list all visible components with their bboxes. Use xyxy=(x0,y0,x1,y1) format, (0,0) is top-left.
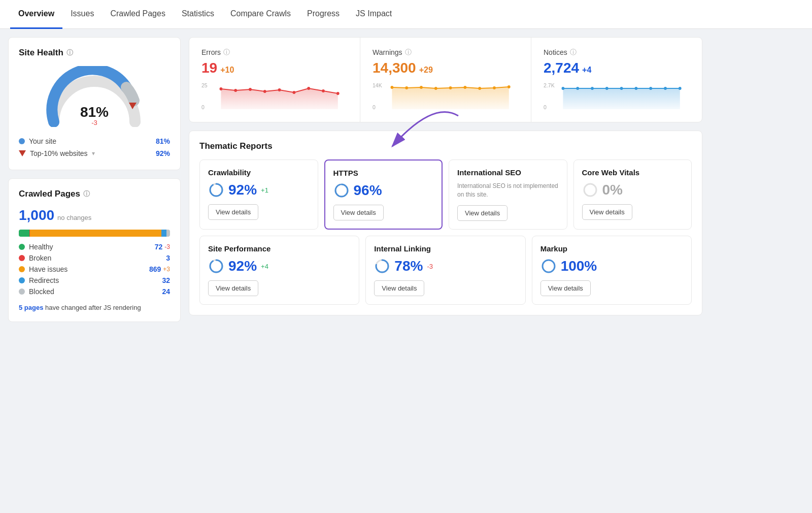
svg-point-35 xyxy=(635,87,638,90)
crawlability-view-details-button[interactable]: View details xyxy=(208,204,258,220)
healthy-dot xyxy=(19,244,25,250)
legend-redirects: Redirects 32 xyxy=(19,276,170,284)
nav-item-issues[interactable]: Issues xyxy=(62,0,102,29)
notices-info-icon[interactable]: ⓘ xyxy=(570,48,577,57)
svg-point-11 xyxy=(293,91,296,94)
internal-linking-circle-icon xyxy=(374,258,390,274)
nav-bar: Overview Issues Crawled Pages Statistics… xyxy=(0,0,812,29)
svg-point-43 xyxy=(335,184,348,197)
warnings-card: Warnings ⓘ 14,300 +29 xyxy=(360,38,531,122)
nav-item-crawled-pages[interactable]: Crawled Pages xyxy=(102,0,174,29)
svg-point-30 xyxy=(562,87,565,90)
site-health-info-icon[interactable]: ⓘ xyxy=(66,48,73,57)
svg-point-7 xyxy=(234,89,237,92)
svg-text:0: 0 xyxy=(201,104,205,110)
svg-text:14K: 14K xyxy=(373,82,383,88)
site-performance-view-details-button[interactable]: View details xyxy=(208,280,258,296)
svg-point-41 xyxy=(210,184,222,196)
crawled-count-row: 1,000 no changes xyxy=(19,207,170,223)
core-web-vitals-circle-icon xyxy=(582,182,598,198)
site-performance-circle-icon xyxy=(208,258,224,274)
svg-point-14 xyxy=(336,92,340,95)
crawled-pages-title: Crawled Pages ⓘ xyxy=(19,189,170,199)
site-health-card: Site Health ⓘ 81% -3 xyxy=(8,37,181,170)
international-seo-view-details-button[interactable]: View details xyxy=(457,205,507,221)
gauge-container: 81% -3 xyxy=(19,66,170,127)
report-markup: Markup 100% View details xyxy=(532,236,692,305)
nav-item-progress[interactable]: Progress xyxy=(299,0,348,29)
errors-info-icon[interactable]: ⓘ xyxy=(223,48,230,57)
errors-number: 19 +10 xyxy=(201,60,348,76)
svg-point-34 xyxy=(620,87,623,90)
healthy-bar xyxy=(19,230,29,237)
svg-point-9 xyxy=(263,90,266,93)
notices-chart: 2.7K 0 xyxy=(544,81,690,112)
svg-point-44 xyxy=(584,184,596,196)
blocked-dot xyxy=(19,288,25,295)
warnings-chart: 14K 0 xyxy=(373,81,519,112)
left-column: Site Health ⓘ 81% -3 xyxy=(8,37,181,322)
svg-point-38 xyxy=(679,87,682,90)
report-https: HTTPS 96% View details xyxy=(324,159,443,230)
errors-card: Errors ⓘ 19 +10 25 xyxy=(189,38,360,122)
issues-bar xyxy=(30,230,161,237)
reports-grid-row2: Site Performance 92% +4 View details Int… xyxy=(199,236,692,305)
issues-dot xyxy=(19,266,25,272)
main-content: Site Health ⓘ 81% -3 xyxy=(0,29,710,330)
svg-text:0: 0 xyxy=(373,104,376,110)
right-column: Errors ⓘ 19 +10 25 xyxy=(189,37,702,322)
legend-blocked: Blocked 24 xyxy=(19,287,170,296)
svg-point-10 xyxy=(278,88,281,91)
svg-point-6 xyxy=(220,87,223,90)
report-internal-linking: Internal Linking 78% -3 View details xyxy=(365,236,525,305)
svg-point-20 xyxy=(420,86,423,89)
svg-text:2.7K: 2.7K xyxy=(544,82,555,88)
https-circle-icon xyxy=(333,182,350,199)
crawled-pages-card: Crawled Pages ⓘ 1,000 no changes xyxy=(8,178,181,322)
reports-grid-row1: Crawlability 92% +1 View details HTTPS xyxy=(199,159,692,230)
svg-point-33 xyxy=(605,87,608,90)
notices-number: 2,724 +4 xyxy=(544,60,690,76)
internal-linking-view-details-button[interactable]: View details xyxy=(374,280,424,296)
site-health-title: Site Health ⓘ xyxy=(19,48,170,58)
svg-text:-3: -3 xyxy=(91,119,97,126)
legend-broken: Broken 3 xyxy=(19,254,170,262)
svg-point-49 xyxy=(543,260,555,272)
your-site-legend: Your site 81% xyxy=(19,135,170,147)
markup-view-details-button[interactable]: View details xyxy=(540,280,591,296)
errors-chart: 25 0 xyxy=(201,81,348,112)
https-view-details-button[interactable]: View details xyxy=(333,205,384,220)
warnings-info-icon[interactable]: ⓘ xyxy=(405,48,412,57)
errors-label: Errors ⓘ xyxy=(201,48,348,57)
legend-have-issues: Have issues 869 +3 xyxy=(19,265,170,273)
nav-item-statistics[interactable]: Statistics xyxy=(174,0,222,29)
top10-chevron-icon[interactable]: ▾ xyxy=(92,150,95,157)
core-web-vitals-view-details-button[interactable]: View details xyxy=(582,204,632,220)
legend-healthy: Healthy 72 -3 xyxy=(19,243,170,251)
svg-text:0: 0 xyxy=(544,104,547,110)
svg-point-36 xyxy=(649,87,652,90)
svg-point-19 xyxy=(405,86,408,89)
svg-point-24 xyxy=(478,87,481,90)
nav-item-compare-crawls[interactable]: Compare Crawls xyxy=(222,0,299,29)
svg-point-12 xyxy=(307,87,310,90)
gauge-svg: 81% -3 xyxy=(44,66,145,127)
your-site-dot xyxy=(19,138,25,144)
crawled-count: 1,000 xyxy=(19,207,54,223)
svg-point-8 xyxy=(249,88,252,91)
svg-marker-17 xyxy=(392,87,509,109)
svg-point-25 xyxy=(493,86,496,89)
svg-text:25: 25 xyxy=(201,82,208,88)
svg-point-18 xyxy=(391,86,394,89)
svg-point-21 xyxy=(434,87,437,90)
nav-item-js-impact[interactable]: JS Impact xyxy=(348,0,400,29)
svg-point-26 xyxy=(507,85,511,88)
notices-label: Notices ⓘ xyxy=(544,48,690,57)
svg-point-32 xyxy=(591,87,594,90)
top10-triangle-icon xyxy=(19,150,26,156)
svg-point-31 xyxy=(576,87,579,90)
nav-item-overview[interactable]: Overview xyxy=(10,0,62,29)
thematic-reports-title: Thematic Reports xyxy=(199,141,692,151)
crawled-pages-info-icon[interactable]: ⓘ xyxy=(83,189,90,199)
report-site-performance: Site Performance 92% +4 View details xyxy=(199,236,359,305)
